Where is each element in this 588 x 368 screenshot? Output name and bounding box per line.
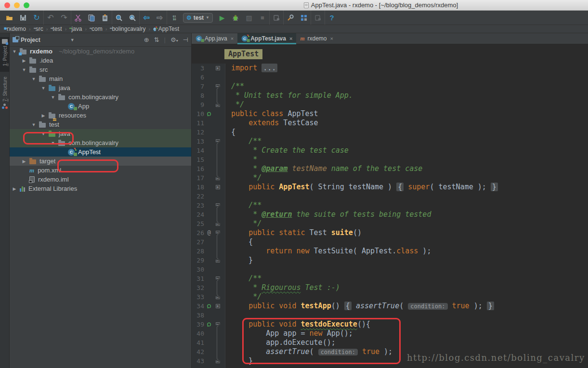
settings-icon[interactable]	[284, 12, 297, 24]
folder-icon	[39, 76, 46, 82]
tree-row-pom-xml[interactable]: mpom.xml	[10, 166, 191, 175]
breadcrumb-item-test[interactable]: test	[50, 26, 63, 32]
copy-icon[interactable]	[85, 12, 98, 24]
chevron-right-icon[interactable]: ▶	[40, 113, 46, 118]
chevron-down-icon[interactable]: ▼	[40, 86, 46, 91]
tab-app-java[interactable]: CApp.java×	[192, 33, 237, 44]
chevron-down-icon[interactable]: ▼	[31, 77, 37, 81]
run-test-icon[interactable]	[207, 322, 212, 327]
chevron-down-icon[interactable]: ▼	[50, 95, 56, 100]
chevron-down-icon[interactable]: ▼	[40, 131, 46, 136]
tree-row-test[interactable]: ▼test	[10, 120, 191, 129]
debug-icon[interactable]	[229, 12, 242, 24]
tab-label: App.java	[205, 35, 227, 42]
tree-row-external-libraries[interactable]: ▶External Libraries	[10, 184, 191, 193]
back-icon[interactable]: ⇦	[140, 12, 153, 24]
fold-plus-icon[interactable]	[216, 304, 220, 308]
chevron-right-icon[interactable]: ▶	[21, 159, 27, 164]
fold-end-icon[interactable]	[216, 359, 220, 363]
cut-icon[interactable]	[72, 12, 84, 24]
fold-start-icon[interactable]	[216, 139, 220, 144]
run-test-icon[interactable]	[207, 303, 212, 309]
undo-icon[interactable]: ↶	[44, 12, 57, 24]
pin-window-icon[interactable]	[270, 12, 283, 24]
fold-end-icon[interactable]	[216, 295, 220, 299]
tree-row-java[interactable]: ▼java	[10, 83, 191, 92]
save-icon[interactable]	[17, 12, 29, 24]
close-icon[interactable]: ×	[289, 36, 292, 41]
coverage-icon[interactable]: ▨	[243, 12, 255, 24]
zoom-window-button[interactable]	[24, 2, 29, 8]
fold-plus-icon[interactable]	[216, 66, 220, 70]
breadcrumb-item-com[interactable]: com	[89, 26, 104, 32]
tree-row-app[interactable]: CApp	[10, 102, 191, 111]
close-icon[interactable]: ×	[330, 36, 333, 41]
collapse-all-icon[interactable]: ⇅	[154, 36, 159, 43]
tree-row-com-bolingcavalry[interactable]: ▼com.bolingcavalry	[10, 92, 191, 102]
tree-row-src[interactable]: ▼src	[10, 65, 191, 74]
editor-area[interactable]: AppTest 3import ...67/**8 * Unit test fo…	[192, 44, 588, 368]
chevron-down-icon[interactable]: ▼	[50, 141, 56, 145]
fold-start-icon[interactable]	[216, 84, 220, 89]
fold-end-icon[interactable]	[216, 176, 220, 180]
project-view-dropdown[interactable]: ▼	[70, 38, 75, 42]
paste-icon[interactable]	[99, 12, 111, 24]
breadcrumb-item-AppTest[interactable]: CAppTest	[152, 26, 180, 33]
hide-panel-icon[interactable]: ⊣	[183, 36, 188, 43]
fold-start-icon[interactable]	[216, 203, 220, 208]
chevron-down-icon[interactable]: ▼	[21, 67, 27, 72]
tree-row-target[interactable]: ▶target	[10, 157, 191, 166]
chevron-down-icon[interactable]: ▼	[31, 122, 37, 127]
find-icon[interactable]	[113, 12, 125, 24]
tool-stripe-7-structure[interactable]: 7: Structure	[0, 75, 10, 121]
replace-icon[interactable]: A	[126, 12, 139, 24]
locate-file-icon[interactable]: ⊕	[144, 36, 149, 43]
close-window-button[interactable]	[4, 2, 10, 8]
fold-end-icon[interactable]	[216, 258, 220, 263]
code-text: {	[225, 237, 253, 247]
tree-row-resources[interactable]: ▶resources	[10, 111, 191, 120]
fold-start-icon[interactable]	[216, 231, 220, 235]
tree-row-rxdemo[interactable]: ▼rxdemo~/blog/blog_demos/rxdemo	[10, 47, 191, 56]
tree-row-main[interactable]: ▼main	[10, 74, 191, 83]
chevron-right-icon[interactable]: ▶	[12, 186, 17, 191]
forward-icon[interactable]: ⇨	[154, 12, 166, 24]
sync-icon[interactable]: ↻	[30, 12, 43, 24]
gear-icon: ⚙	[186, 14, 192, 21]
run-icon[interactable]: ▶	[216, 12, 228, 24]
tree-row-com-bolingcavalry[interactable]: ▼com.bolingcavalry	[10, 138, 191, 147]
line-number: 25	[192, 219, 204, 228]
breadcrumb-item-src[interactable]: src	[33, 26, 44, 32]
stop-icon[interactable]: ■	[256, 12, 269, 24]
tree-row--idea[interactable]: ▶.idea	[10, 56, 191, 65]
tool-stripe-1-project[interactable]: 1: Project	[0, 37, 10, 72]
breadcrumb-item-java[interactable]: java	[68, 26, 83, 32]
tab-apptest-java[interactable]: CAppTest.java×	[237, 33, 296, 44]
gear-icon[interactable]: ⚙▾	[170, 36, 178, 43]
fold-end-icon[interactable]	[216, 222, 220, 226]
tree-row-rxdemo-iml[interactable]: rxdemo.iml	[10, 175, 191, 184]
tree-label: .idea	[39, 57, 53, 64]
minimize-window-button[interactable]	[14, 2, 20, 8]
tree-row-apptest[interactable]: CAppTest	[10, 147, 191, 157]
fold-start-icon[interactable]	[216, 276, 220, 281]
help-icon[interactable]: ?	[326, 12, 338, 24]
tab-rxdemo[interactable]: mrxdemo×	[296, 33, 337, 44]
fold-start-icon[interactable]	[216, 322, 220, 327]
project-structure-icon[interactable]	[298, 12, 310, 24]
chevron-right-icon[interactable]: ▶	[21, 58, 27, 63]
sync-ide-icon[interactable]	[312, 12, 324, 24]
run-test-icon[interactable]	[207, 111, 212, 117]
fold-plus-icon[interactable]	[216, 185, 220, 189]
open-icon[interactable]	[3, 12, 16, 24]
tree-row-java[interactable]: ▼java	[10, 129, 191, 138]
breadcrumb-item-rxdemo[interactable]: rxdemo	[4, 26, 27, 32]
hector-icon[interactable]: ↓0110	[168, 12, 180, 24]
fold-end-icon[interactable]	[216, 103, 220, 107]
breadcrumb-item-bolingcavalry[interactable]: bolingcavalry	[109, 26, 146, 32]
chevron-down-icon[interactable]: ▼	[12, 49, 17, 54]
code-text: * @param testName name of the test case	[225, 164, 422, 173]
run-config-combo[interactable]: ⚙test▼	[183, 13, 213, 23]
redo-icon[interactable]: ↷	[58, 12, 70, 24]
close-icon[interactable]: ×	[231, 36, 234, 41]
